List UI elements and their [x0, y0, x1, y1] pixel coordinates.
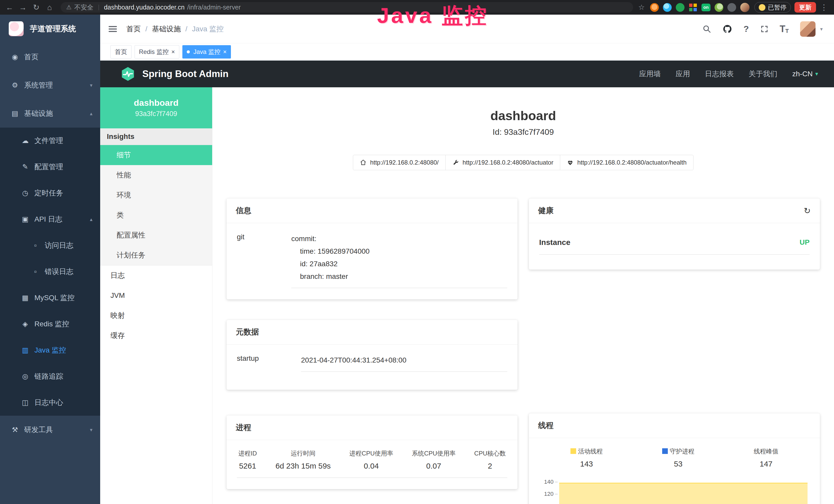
sidebar-item-dev-tools[interactable]: ⚒ 研发工具 ▾	[0, 416, 100, 444]
history-icon[interactable]: ↻	[804, 206, 811, 216]
git-time-line: time: 1596289704000	[291, 245, 507, 257]
sidebar-item-error-logs[interactable]: ▫ 错误日志	[0, 258, 100, 285]
stat-label: 进程ID	[238, 449, 257, 458]
sidebar-item-api-logs[interactable]: ▣ API 日志 ▴	[0, 206, 100, 232]
extension-icon-grid[interactable]	[688, 3, 697, 12]
help-icon[interactable]: ?	[744, 24, 749, 34]
chevron-up-icon: ▴	[90, 216, 92, 222]
sba-item-logs[interactable]: 日志	[100, 266, 212, 285]
sba-item-mappings[interactable]: 映射	[100, 305, 212, 325]
sba-item-environment[interactable]: 环境	[100, 185, 212, 205]
legend-value: 53	[662, 460, 695, 468]
extension-icon-puzzle[interactable]	[727, 3, 736, 12]
forward-icon[interactable]: →	[17, 3, 29, 12]
sba-nav-wallboard[interactable]: 应用墙	[639, 69, 661, 79]
heart-icon	[567, 159, 574, 166]
sba-item-label: 类	[117, 210, 124, 220]
hamburger-icon[interactable]	[108, 24, 118, 34]
breadcrumb-separator: /	[146, 25, 148, 33]
sba-item-metrics[interactable]: 性能	[100, 165, 212, 185]
process-card: 进程 进程ID 5261 运行时间 6d 23h 15m 59s	[226, 415, 518, 489]
instance-links: http://192.168.0.2:48080/ http://192.168…	[213, 155, 834, 170]
user-avatar[interactable]	[800, 21, 815, 37]
tab-java-monitor[interactable]: Java 监控 ×	[182, 45, 231, 59]
bookmark-star-icon[interactable]: ☆	[638, 3, 645, 12]
infrastructure-submenu: ☁ 文件管理 ✎ 配置管理 ◷ 定时任务 ▣ API 日志 ▴ ▫	[0, 128, 100, 416]
dashboard-icon: ◉	[10, 53, 20, 61]
sidebar-item-config-management[interactable]: ✎ 配置管理	[0, 154, 100, 180]
gear-icon: ⚙	[10, 81, 20, 89]
search-icon[interactable]	[702, 25, 711, 33]
sba-item-scheduled-tasks[interactable]: 计划任务	[100, 245, 212, 265]
tab-redis-monitor[interactable]: Redis 监控 ×	[135, 45, 179, 59]
extension-icon-drop[interactable]	[663, 3, 672, 12]
sidebar-item-system-management[interactable]: ⚙ 系统管理 ▾	[0, 71, 100, 99]
reload-icon[interactable]: ↻	[30, 3, 42, 12]
caret-down-icon[interactable]: ▾	[820, 26, 823, 32]
chrome-profile-avatar[interactable]	[740, 3, 749, 12]
sba-nav-applications[interactable]: 应用	[676, 69, 690, 79]
stat-value: 6d 23h 15m 59s	[275, 462, 331, 471]
browser-chrome: ← → ↻ ⌂ ⚠ 不安全 dashboard.yudao.iocoder.cn…	[0, 0, 834, 15]
sidebar-item-scheduled-tasks[interactable]: ◷ 定时任务	[0, 180, 100, 206]
card-title: 线程	[538, 420, 553, 431]
sba-item-details[interactable]: 细节	[100, 145, 212, 165]
address-bar[interactable]: ⚠ 不安全 dashboard.yudao.iocoder.cn/infra/a…	[61, 2, 633, 13]
fullscreen-icon[interactable]	[760, 25, 768, 33]
sidebar-item-mysql-monitor[interactable]: ▦ MySQL 监控	[0, 285, 100, 311]
y-tick: 140	[544, 479, 557, 491]
tab-home[interactable]: 首页	[110, 45, 132, 59]
chrome-update-button[interactable]: 更新	[794, 2, 816, 13]
kebab-menu-icon[interactable]: ⋮	[820, 3, 828, 12]
extension-icon-green[interactable]	[676, 3, 684, 12]
sidebar-item-access-logs[interactable]: ▫ 访问日志	[0, 232, 100, 258]
service-url-link[interactable]: http://192.168.0.2:48080/	[353, 155, 446, 170]
app-brand: 芋道管理系统	[0, 15, 100, 43]
instance-label: Instance	[539, 238, 570, 247]
stat-uptime: 运行时间 6d 23h 15m 59s	[275, 449, 331, 471]
locale-select[interactable]: zh-CN ▾	[792, 70, 818, 78]
close-icon[interactable]: ×	[223, 49, 226, 55]
git-branch-line: branch: master	[291, 270, 507, 283]
wrench-icon	[452, 159, 459, 166]
extension-icon-fox[interactable]	[650, 3, 659, 12]
warning-icon: ⚠	[66, 4, 72, 11]
sba-item-classes[interactable]: 类	[100, 205, 212, 225]
github-icon[interactable]	[723, 24, 732, 34]
extension-on-badge[interactable]: on	[701, 4, 710, 11]
sidebar-item-label: API 日志	[35, 214, 62, 224]
sidebar-item-redis-monitor[interactable]: ◈ Redis 监控	[0, 311, 100, 337]
browser-home-icon[interactable]: ⌂	[44, 3, 56, 12]
sba-nav-links: 应用墙 应用 日志报表 关于我们 zh-CN ▾	[639, 69, 818, 79]
metadata-card: 元数据 startup 2021-04-27T00:44:31.254+08:0…	[226, 320, 518, 390]
close-icon[interactable]: ×	[171, 49, 175, 55]
sba-app-block[interactable]: dashboard 93a3fc7f7409	[100, 87, 212, 129]
extension-icon-leaf[interactable]	[715, 3, 723, 12]
sba-brand-title[interactable]: Spring Boot Admin	[142, 69, 228, 79]
health-url-link[interactable]: http://192.168.0.2:48080/actuator/health	[560, 155, 694, 170]
stat-value: 0.04	[349, 462, 393, 471]
sidebar-item-home[interactable]: ◉ 首页	[0, 43, 100, 71]
legend-live-threads: 活动线程 143	[570, 447, 603, 468]
actuator-url-link[interactable]: http://192.168.0.2:48080/actuator	[445, 155, 561, 170]
sidebar-item-label: 配置管理	[35, 162, 63, 172]
health-card-body: Instance UP	[529, 223, 820, 270]
sba-item-caches[interactable]: 缓存	[100, 325, 212, 346]
sidebar-item-file-management[interactable]: ☁ 文件管理	[0, 128, 100, 154]
sidebar-item-infrastructure[interactable]: ▤ 基础设施 ▴	[0, 99, 100, 128]
sidebar-item-java-monitor[interactable]: ▥ Java 监控	[0, 337, 100, 363]
font-size-icon[interactable]: TT	[780, 24, 789, 35]
back-icon[interactable]: ←	[4, 3, 16, 12]
sidebar-item-log-center[interactable]: ◫ 日志中心	[0, 389, 100, 416]
sba-item-config-props[interactable]: 配置属性	[100, 225, 212, 245]
card-title: 信息	[236, 205, 251, 216]
sba-item-jvm[interactable]: JVM	[100, 285, 212, 305]
sidebar-item-trace[interactable]: ◎ 链路追踪	[0, 363, 100, 389]
breadcrumb-infrastructure[interactable]: 基础设施	[152, 24, 181, 34]
sba-nav-journal[interactable]: 日志报表	[705, 69, 734, 79]
sba-nav-about[interactable]: 关于我们	[749, 69, 777, 79]
app-header: 首页 / 基础设施 / Java 监控 ?	[100, 15, 834, 43]
security-label[interactable]: 不安全	[74, 3, 93, 12]
breadcrumb-home[interactable]: 首页	[126, 24, 141, 34]
paused-extension-badge[interactable]: 已暂停	[754, 2, 791, 13]
